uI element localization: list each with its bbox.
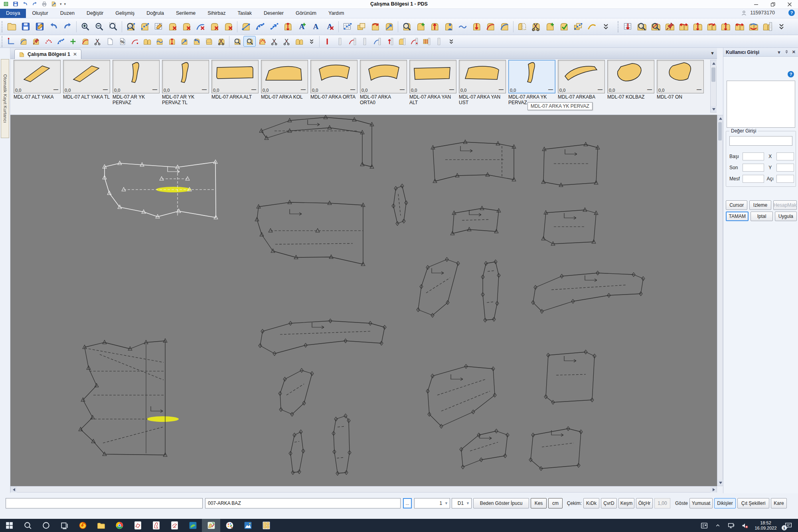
panel-listbox[interactable]	[727, 81, 795, 128]
autosave-recovery-tab[interactable]: Otomatik Kayıt Kurtarıcı	[1, 59, 9, 138]
olchr-button[interactable]: ÖlçHr	[636, 498, 653, 508]
piece-thumbnail[interactable]: 0,0—MDL-07 ARKA YK PERVAZ	[508, 60, 555, 105]
pattern-piece[interactable]	[541, 208, 598, 245]
tool-pp-clamp-icon[interactable]	[663, 20, 677, 34]
tool-p-x-icon[interactable]	[180, 20, 194, 34]
panel-pin-icon[interactable]	[784, 50, 789, 54]
tool-pp-ruler-icon[interactable]	[760, 20, 774, 34]
tool-cl-ruler-icon[interactable]	[371, 36, 383, 47]
tool-A-icon[interactable]: A	[309, 20, 323, 34]
menu-yardm[interactable]: Yardım	[322, 9, 350, 18]
tool-grid-pen-icon[interactable]	[152, 20, 166, 34]
toolbar-grip[interactable]	[2, 36, 3, 47]
tool-c-ruler-icon[interactable]	[346, 36, 358, 47]
tool-p-wave-icon[interactable]	[153, 36, 166, 47]
taskbar-teal-icon[interactable]	[184, 519, 202, 532]
tool-pp-swap-icon[interactable]	[747, 20, 760, 34]
tool-av-ruler-icon[interactable]	[383, 36, 395, 47]
menu-dosya[interactable]: Dosya	[0, 9, 26, 18]
tool-pp-mag-icon[interactable]	[635, 20, 649, 34]
tool-c-net-icon[interactable]	[54, 36, 67, 47]
tool-g-arrow-icon[interactable]	[621, 20, 635, 34]
menu-olutur[interactable]: Oluştur	[26, 9, 54, 18]
menu-gelimi[interactable]: Gelişmiş	[109, 9, 140, 18]
tool-chev-icon[interactable]	[599, 20, 613, 34]
x-field[interactable]	[776, 152, 794, 160]
pattern-canvas[interactable]	[10, 115, 717, 486]
tool-p-ruler-icon[interactable]	[395, 36, 408, 47]
panel-help-icon[interactable]: ?	[788, 71, 794, 77]
piece-thumbnail[interactable]: 0,0—MDL-07 AR YK PERVAZ	[113, 60, 160, 105]
taskbar-panels-icon[interactable]	[257, 519, 275, 532]
tool-vred-icon[interactable]	[321, 36, 334, 47]
cm-button[interactable]: cm	[548, 498, 563, 508]
tab-close-icon[interactable]: ✕	[73, 51, 77, 57]
piece-thumbnail[interactable]: 0,0—MDL-07 ARKA ORTA	[310, 60, 358, 105]
scroll-left-icon[interactable]	[11, 487, 17, 492]
tool-pp-two-icon[interactable]	[141, 36, 153, 47]
restore-button[interactable]	[764, 0, 781, 8]
piece-thumbnail[interactable]: 0,0—MDL-07 ARKA KOL	[261, 60, 308, 105]
pattern-piece[interactable]	[531, 271, 645, 313]
tool-p-x-icon[interactable]	[207, 20, 221, 34]
tool-save-icon[interactable]	[19, 20, 33, 34]
taskbar-cortana-icon[interactable]	[37, 519, 55, 532]
volume-muted-icon[interactable]	[739, 519, 751, 532]
tamam-button[interactable]: TAMAM	[726, 212, 749, 221]
tool-p-scis-icon[interactable]	[529, 20, 543, 34]
notification-center-icon[interactable]: 1	[780, 519, 796, 532]
tool-pp-rot-icon[interactable]	[705, 20, 719, 34]
pattern-piece[interactable]	[529, 427, 583, 471]
mesf-field[interactable]	[743, 175, 764, 183]
canvas-horizontal-scrollbar[interactable]	[10, 486, 717, 492]
piece-thumbnail[interactable]: 0,0—MDL-07 KOLBAZ	[607, 60, 654, 105]
piece-thumbnail[interactable]: 0,0—MDL-07 ALT YAKA TL	[63, 60, 110, 105]
piece-thumbnail[interactable]: 0,0—MDL-07 ARKA YAN UST	[459, 60, 506, 105]
tool-p-cut-icon[interactable]	[215, 36, 227, 47]
tool-pp-arrh-icon[interactable]	[733, 20, 747, 34]
taskbar-taskview-icon[interactable]	[55, 519, 73, 532]
tool-pp-arrv-icon[interactable]	[719, 20, 733, 34]
pattern-piece[interactable]	[289, 430, 305, 475]
canvas-vertical-scrollbar[interactable]	[717, 115, 723, 486]
tool-p-x-icon[interactable]	[221, 20, 235, 34]
tool-folder-icon[interactable]	[5, 20, 19, 34]
tool-p-mirror-icon[interactable]	[515, 20, 529, 34]
close-button[interactable]	[781, 0, 798, 8]
tool-p-curve-icon[interactable]	[17, 36, 30, 47]
tool-scis-s-icon[interactable]	[268, 36, 280, 47]
yumusat-button[interactable]: Yumusat	[689, 498, 713, 508]
pattern-piece[interactable]	[255, 200, 365, 266]
help-icon[interactable]: ?	[788, 10, 795, 16]
iptal-button[interactable]: Iptal	[751, 212, 772, 221]
tool-p-pack-icon[interactable]	[203, 36, 215, 47]
y-field[interactable]	[776, 164, 794, 172]
tool-p-upd-icon[interactable]	[166, 36, 178, 47]
kes-button[interactable]: Kes	[531, 498, 547, 508]
dikisler-button[interactable]: Dikişler	[714, 498, 736, 508]
menu-taslak[interactable]: Taslak	[231, 9, 257, 18]
tool-pp-arrh-icon[interactable]	[677, 20, 691, 34]
tool-pp-mags-icon[interactable]	[649, 20, 663, 34]
tool-rect-dots-icon[interactable]	[340, 20, 354, 34]
tool-ruler-i-icon[interactable]	[433, 36, 445, 47]
son-field[interactable]	[743, 164, 764, 172]
scroll-down-icon[interactable]	[717, 480, 723, 486]
piece-thumbnail[interactable]: 0,0—MDL-07 ARKABA	[558, 60, 605, 105]
kare-button[interactable]: Kare	[771, 498, 787, 508]
menu-desenler[interactable]: Desenler	[258, 9, 290, 18]
pattern-piece[interactable]	[481, 260, 500, 322]
tool-zoomout-icon[interactable]	[92, 20, 106, 34]
tool-p-curve-icon[interactable]	[498, 20, 512, 34]
tool-p-imp-icon[interactable]	[190, 36, 203, 47]
menu-duzen[interactable]: Duzen	[54, 9, 81, 18]
tool-c-y-icon[interactable]	[585, 20, 599, 34]
tool-p-layers-icon[interactable]	[571, 20, 585, 34]
pattern-piece[interactable]	[426, 364, 496, 428]
ba-field[interactable]	[743, 152, 764, 160]
tool-p-magdots-icon[interactable]	[124, 20, 138, 34]
tool-chev-icon[interactable]	[445, 36, 457, 47]
taskbar-explorer-icon[interactable]	[92, 519, 110, 532]
menu-sihirbaz[interactable]: Sihirbaz	[201, 9, 231, 18]
pattern-piece[interactable]	[259, 115, 374, 168]
